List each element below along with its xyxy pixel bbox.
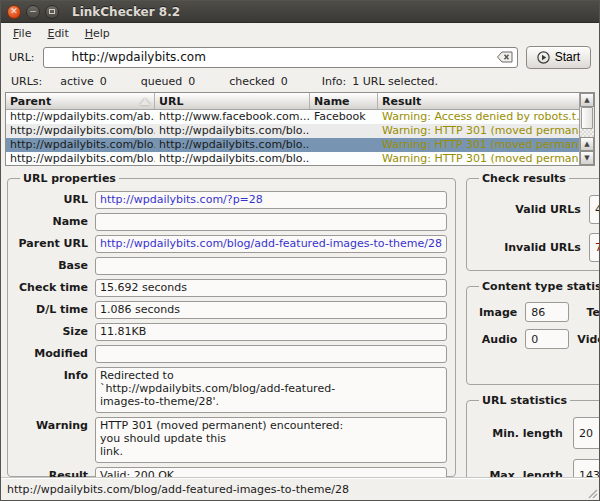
start-button-label: Start [555,50,580,64]
menu-file-rest: ile [19,27,32,40]
prop-modified-label: Modified [16,345,88,360]
url-properties-title: URL properties [20,172,119,185]
prop-warning-field[interactable]: HTTP 301 (moved permanent) encountered: … [95,417,447,463]
scrollbar-track[interactable] [580,129,594,137]
menu-help-rest: elp [93,27,110,40]
cell-url: http://wpdailybits.com/blo... [155,152,310,166]
url-label: URL: [9,51,35,64]
url-statistics-title: URL statistics [479,394,570,407]
image-value: 86 [525,302,569,322]
table-row[interactable]: http://wpdailybits.com/ab... http://www.… [6,110,579,124]
info-text: 1 URL selected. [352,75,438,88]
cell-url: http://wpdailybits.com/blo... [155,124,310,138]
invalid-urls-label: Invalid URLs [489,241,581,254]
prop-url-field[interactable]: http://wpdailybits.com/?p=28 [95,191,447,209]
checked-label: checked [229,75,275,88]
prop-dl-time-label: D/L time [16,301,88,316]
min-length-label: Min. length [483,427,563,440]
scroll-up-icon[interactable]: ▲ [580,137,594,151]
prop-modified-field[interactable] [95,345,447,363]
audio-value: 0 [525,329,569,349]
image-label: Image [479,306,517,319]
cell-parent: http://wpdailybits.com/blo... [6,124,155,138]
valid-urls-value: 443 [589,195,600,224]
main-area: URL properties URLhttp://wpdailybits.com… [1,168,599,477]
clear-icon[interactable] [497,51,513,63]
check-results-group: Check results Valid URLs 443 Warnings 49… [466,172,600,271]
url-input[interactable] [43,47,518,68]
url-input-wrap [43,47,518,68]
menu-help-key: H [85,27,93,40]
active-label: active [60,75,93,88]
prop-url-label: URL [16,191,88,206]
cell-result: Warning: HTTP 301 (moved perman... [378,138,579,152]
cell-result: Warning: HTTP 301 (moved perman... [378,152,579,166]
prop-size-field[interactable]: 11.81KB [95,323,447,341]
sort-ascending-icon [140,98,150,105]
statistics-column: Check results Valid URLs 443 Warnings 49… [466,172,600,477]
table-header: Parent URL Name Result [6,93,579,110]
status-line: URLs: active0 queued0 checked0 Info:1 UR… [1,71,599,91]
window-title: LinkChecker 8.2 [72,5,180,19]
cell-name [310,138,378,152]
column-header-name[interactable]: Name [310,93,378,109]
minimize-icon[interactable]: − [26,5,40,19]
table-row[interactable]: http://wpdailybits.com/blo... http://wpd… [6,124,579,138]
toolbar: URL: Start [1,43,599,71]
column-header-parent[interactable]: Parent [6,93,155,109]
check-results-title: Check results [479,172,569,185]
cell-result: Warning: Access denied by robots.t... [378,110,579,124]
scroll-down-icon[interactable]: ▼ [580,151,594,165]
min-length-value: 20 [573,417,600,449]
content-type-statistics-group: Content type statistics Image 86 Text 36… [466,280,600,385]
prop-base-label: Base [16,257,88,272]
column-header-url[interactable]: URL [155,93,310,109]
invalid-urls-value: 7 [589,233,600,262]
close-icon[interactable]: ✕ [7,5,21,19]
video-label: Video [577,333,600,346]
valid-urls-label: Valid URLs [489,203,581,216]
menu-edit[interactable]: Edit [39,25,76,42]
checked-count: 0 [281,75,288,88]
menubar: File Edit Help [1,23,599,43]
prop-size-label: Size [16,323,88,338]
audio-label: Audio [479,333,517,346]
table-row[interactable]: http://wpdailybits.com/blo... http://wpd… [6,152,579,166]
prop-name-label: Name [16,213,88,228]
column-header-url-label: URL [159,95,183,108]
table-row-selected[interactable]: http://wpdailybits.com/blo... http://wpd… [6,138,579,152]
prop-dl-time-field[interactable]: 1.086 seconds [95,301,447,319]
column-header-parent-label: Parent [10,95,51,108]
prop-check-time-label: Check time [16,279,88,294]
maximize-icon[interactable] [45,5,59,19]
table-scrollbar[interactable]: ▲ ▲ ▼ [579,93,594,165]
titlebar: ✕ − LinkChecker 8.2 [1,1,599,23]
info-label: Info: [322,75,347,88]
resize-grip-icon[interactable] [585,486,598,499]
scrollbar-thumb[interactable] [581,107,593,129]
scroll-up-icon[interactable]: ▲ [580,93,594,107]
prop-parent-url-field[interactable]: http://wpdailybits.com/blog/add-featured… [95,235,447,253]
column-header-name-label: Name [314,95,350,108]
menu-file[interactable]: File [5,25,39,42]
column-header-result-label: Result [382,95,421,108]
play-icon [537,51,550,64]
prop-base-field[interactable] [95,257,447,275]
urls-label: URLs: [11,75,42,88]
results-table: Parent URL Name Result http://wpdailybit… [5,92,595,166]
column-header-result[interactable]: Result [378,93,579,109]
text-label: Text [577,306,600,319]
prop-info-label: Info [16,367,88,382]
cell-url: http://www.facebook.com... [155,110,310,124]
prop-check-time-field[interactable]: 15.692 seconds [95,279,447,297]
linkchecker-window: ✕ − LinkChecker 8.2 File Edit Help URL: … [0,0,600,501]
cell-result: Warning: HTTP 301 (moved perman... [378,124,579,138]
statusbar: http://wpdailybits.com/blog/add-featured… [1,477,599,500]
cell-parent: http://wpdailybits.com/ab... [6,110,155,124]
prop-name-field[interactable] [95,213,447,231]
url-properties-group: URL properties URLhttp://wpdailybits.com… [7,172,456,477]
prop-info-field[interactable]: Redirected to `http://wpdailybits.com/bl… [95,367,447,413]
start-button[interactable]: Start [526,46,591,69]
menu-help[interactable]: Help [77,25,118,42]
cell-name: Facebook [310,110,378,124]
